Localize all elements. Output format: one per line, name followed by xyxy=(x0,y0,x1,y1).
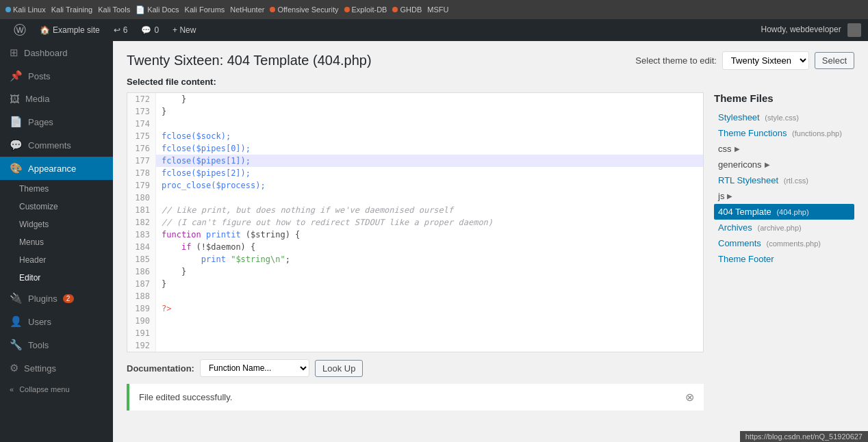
close-success-button[interactable]: ⊗ xyxy=(685,391,694,404)
theme-file-js-folder[interactable]: js ▶ xyxy=(714,188,854,204)
lookup-button[interactable]: Look Up xyxy=(315,360,363,377)
sidebar-item-plugins[interactable]: 🔌 Plugins 2 xyxy=(0,287,113,310)
wp-site-item[interactable]: 🏠 Example site xyxy=(33,19,107,41)
editor-area: 172 } 173 } 174 175 fclose($sock); 176 xyxy=(127,92,854,352)
content-header: Twenty Sixteen: 404 Template (404.php) S… xyxy=(127,51,854,70)
comments-menu-icon: 💬 xyxy=(10,139,23,151)
browser-kali-forums[interactable]: Kali Forums xyxy=(185,5,225,14)
sidebar-submenu-menus[interactable]: Menus xyxy=(0,233,113,251)
sidebar-item-media[interactable]: 🖼 Media xyxy=(0,88,113,110)
appearance-icon: 🎨 xyxy=(10,162,23,174)
expand-arrow-genericons: ▶ xyxy=(765,161,770,168)
sidebar-item-appearance[interactable]: 🎨 Appearance xyxy=(0,157,113,180)
media-icon: 🖼 xyxy=(10,93,20,105)
code-line-189: 189 ?> xyxy=(127,302,703,315)
wp-admin-bar-right: Howdy, webdeveloper xyxy=(761,23,861,37)
success-message: File edited successfully. xyxy=(139,392,232,402)
sidebar-item-users[interactable]: 👤 Users xyxy=(0,310,113,333)
sidebar-item-posts[interactable]: 📌 Posts xyxy=(0,64,113,88)
dashboard-icon: ⊞ xyxy=(10,47,18,59)
theme-file-css-folder[interactable]: css ▶ xyxy=(714,141,854,157)
theme-files-title: Theme Files xyxy=(714,92,854,104)
browser-kali-docs[interactable]: 📄 Kali Docs xyxy=(136,5,179,14)
selected-file-label: Selected file content: xyxy=(127,77,854,87)
plugins-badge: 2 xyxy=(63,294,74,303)
theme-dropdown[interactable]: Twenty Sixteen xyxy=(722,51,809,70)
plugins-icon: 🔌 xyxy=(10,292,23,304)
sidebar: ⊞ Dashboard 📌 Posts 🖼 Media 📄 Pages 💬 Co… xyxy=(0,41,113,442)
code-line-186: 186 } xyxy=(127,265,703,278)
browser-kali-training[interactable]: Kali Training xyxy=(51,5,93,14)
select-button[interactable]: Select xyxy=(815,52,854,69)
page-title: Twenty Sixteen: 404 Template (404.php) xyxy=(127,53,372,68)
users-icon: 👤 xyxy=(10,315,23,328)
url-bar: https://blog.csdn.net/nQ_51920627 xyxy=(740,431,868,442)
main-content: Twenty Sixteen: 404 Template (404.php) S… xyxy=(113,41,868,442)
admin-avatar xyxy=(847,23,861,37)
sidebar-submenu-themes[interactable]: Themes xyxy=(0,180,113,198)
code-line-178: 178 fclose($pipes[2]); xyxy=(127,167,703,179)
browser-kali-tools[interactable]: Kali Tools xyxy=(98,5,130,14)
sidebar-submenu-editor[interactable]: Editor xyxy=(0,269,113,287)
theme-file-archives[interactable]: Archives (archive.php) xyxy=(714,220,854,235)
browser-offensive-security[interactable]: Offensive Security xyxy=(270,5,338,14)
theme-file-404[interactable]: 404 Template (404.php) xyxy=(714,204,854,220)
wp-new-item[interactable]: + New xyxy=(166,19,203,41)
code-line-176: 176 fclose($pipes[0]); xyxy=(127,142,703,155)
browser-nethunter[interactable]: NetHunter xyxy=(230,5,264,14)
code-line-172: 172 } xyxy=(127,93,703,105)
documentation-row: Documentation: Function Name... Look Up xyxy=(127,359,854,377)
theme-file-functions[interactable]: Theme Functions (functions.php) xyxy=(714,125,854,141)
browser-kali-linux[interactable]: Kali Linux xyxy=(5,5,46,14)
theme-files-sidebar: Theme Files Stylesheet (style.css) Theme… xyxy=(714,92,854,352)
theme-file-stylesheet[interactable]: Stylesheet (style.css) xyxy=(714,109,854,125)
code-line-187: 187 } xyxy=(127,278,703,290)
code-line-180: 180 xyxy=(127,192,703,204)
code-line-192: 192 xyxy=(127,339,703,352)
code-line-188: 188 xyxy=(127,290,703,302)
expand-arrow-css: ▶ xyxy=(735,145,740,153)
browser-ghdb[interactable]: GHDB xyxy=(392,5,422,14)
wp-messages-item[interactable]: 💬 0 xyxy=(134,19,166,41)
function-name-select[interactable]: Function Name... xyxy=(200,359,309,377)
wp-logo-icon: ⓦ xyxy=(14,22,26,38)
theme-file-footer[interactable]: Theme Footer xyxy=(714,251,854,267)
code-line-182: 182 // (I can't figure out how to redire… xyxy=(127,216,703,229)
code-line-185: 185 print "$string\n"; xyxy=(127,253,703,265)
theme-file-comments[interactable]: Comments (comments.php) xyxy=(714,235,854,251)
sidebar-collapse[interactable]: « Collapse menu xyxy=(0,380,113,399)
code-line-190: 190 xyxy=(127,315,703,327)
browser-msfu[interactable]: MSFU xyxy=(427,5,448,14)
main-layout: ⊞ Dashboard 📌 Posts 🖼 Media 📄 Pages 💬 Co… xyxy=(0,41,868,442)
sidebar-item-dashboard[interactable]: ⊞ Dashboard xyxy=(0,41,113,64)
theme-file-rtl[interactable]: RTL Stylesheet (rtl.css) xyxy=(714,172,854,188)
home-icon: 🏠 xyxy=(40,25,50,35)
message-icon: 💬 xyxy=(141,25,151,35)
browser-exploit-db[interactable]: Exploit-DB xyxy=(344,5,387,14)
comments-icon: ↩ xyxy=(114,25,120,35)
sidebar-item-tools[interactable]: 🔧 Tools xyxy=(0,333,113,356)
sidebar-item-settings[interactable]: ⚙ Settings xyxy=(0,356,113,380)
sidebar-submenu-widgets[interactable]: Widgets xyxy=(0,216,113,233)
expand-arrow-js: ▶ xyxy=(727,192,732,200)
wp-logo-item[interactable]: ⓦ xyxy=(7,19,33,41)
sidebar-item-pages[interactable]: 📄 Pages xyxy=(0,110,113,133)
code-line-179: 179 proc_close($process); xyxy=(127,179,703,192)
theme-file-genericons-folder[interactable]: genericons ▶ xyxy=(714,157,854,172)
sidebar-submenu-header[interactable]: Header xyxy=(0,251,113,269)
sidebar-submenu-customize[interactable]: Customize xyxy=(0,198,113,216)
code-line-181: 181 // Like print, but does nothing if w… xyxy=(127,204,703,216)
wp-admin-bar: ⓦ 🏠 Example site ↩ 6 💬 0 + New Howdy, we… xyxy=(0,19,868,41)
success-bar: File edited successfully. ⊗ xyxy=(127,384,704,411)
settings-icon: ⚙ xyxy=(10,362,18,374)
tools-icon: 🔧 xyxy=(10,339,23,351)
wp-comments-item[interactable]: ↩ 6 xyxy=(107,19,135,41)
code-line-174: 174 xyxy=(127,118,703,130)
collapse-icon: « xyxy=(10,385,14,393)
code-line-184: 184 if (!$daemon) { xyxy=(127,241,703,253)
code-line-177: 177 fclose($pipes[1]); xyxy=(127,155,703,167)
theme-select-area: Select theme to edit: Twenty Sixteen Sel… xyxy=(635,51,854,70)
code-editor[interactable]: 172 } 173 } 174 175 fclose($sock); 176 xyxy=(127,92,704,352)
sidebar-item-comments[interactable]: 💬 Comments xyxy=(0,133,113,157)
theme-select-label: Select theme to edit: xyxy=(635,55,717,66)
